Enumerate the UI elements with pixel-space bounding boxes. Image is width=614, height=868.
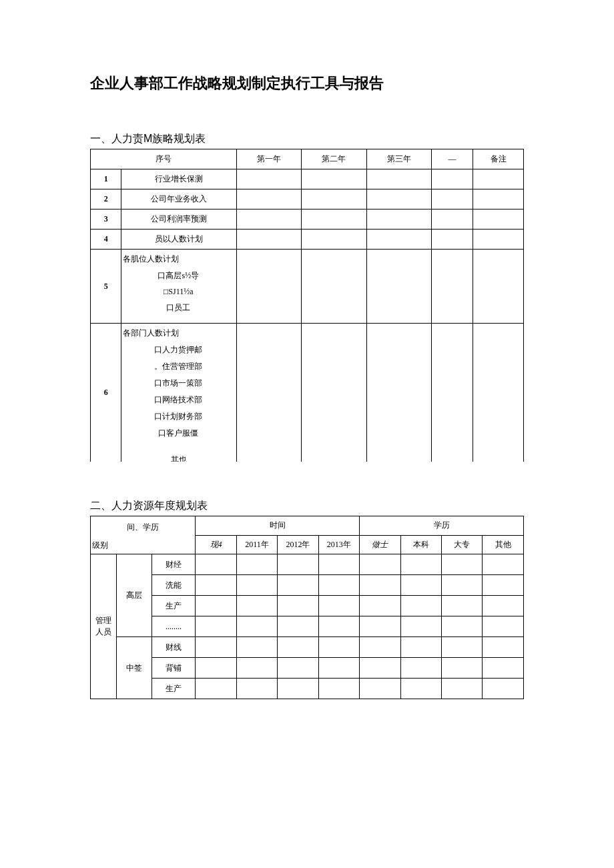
sub-line: □SJ11½a [123, 287, 234, 297]
cell-label: 公司利润率预测 [121, 209, 237, 230]
header-edu-col: 做士 [360, 535, 400, 554]
cell-empty [237, 209, 302, 230]
cell-empty [473, 448, 524, 462]
cell-empty [318, 616, 359, 637]
cell-empty [236, 596, 277, 616]
cell-empty [318, 596, 359, 616]
cell-empty [431, 169, 473, 189]
cell-group: 管理人员 [91, 554, 117, 699]
corner-top: 间、学历 [92, 522, 193, 533]
table-row: 1 行业增长保测 [91, 169, 524, 189]
cell-empty [196, 658, 236, 679]
header-time-col: 2012年 [278, 535, 318, 554]
sub-line: 各肌位人数计划 [123, 254, 234, 265]
table-row: 管理人员 高层 财经 [91, 554, 524, 575]
cell-empty [302, 250, 366, 324]
cell-empty [442, 679, 483, 699]
cell-empty [483, 637, 524, 658]
cell-empty [302, 209, 366, 230]
table-row: ........ [91, 616, 524, 637]
table-row: 间、学历 级别 时间 学历 [91, 516, 524, 536]
cell-empty [483, 616, 524, 637]
cell-empty [483, 679, 524, 699]
cell-empty [431, 189, 473, 209]
cell-empty [302, 189, 366, 209]
header-dash: — [431, 149, 473, 169]
cell-empty [442, 575, 483, 596]
cell-empty [196, 616, 236, 637]
cell-empty [237, 169, 302, 189]
header-corner: 间、学历 级别 [91, 516, 196, 554]
sub-line: 口网络技术部 [123, 394, 234, 406]
header-year3: 第三年 [366, 149, 431, 169]
cell-empty [431, 324, 473, 449]
cell-empty [360, 554, 400, 575]
cell-empty [366, 209, 431, 230]
document-page: 企业人事部工作战略规划制定执行工具与报告 一、人力责M族略规划表 序号 第一年 … [0, 0, 614, 868]
cell-empty [366, 230, 431, 250]
table-row: 生产 [91, 679, 524, 699]
cell-multiline: 各肌位人数计划 口高层s½导 □SJ11½a 口员工 [121, 250, 237, 324]
cell-empty [236, 679, 277, 699]
cell-empty [236, 616, 277, 637]
header-note: 备注 [473, 149, 524, 169]
table-row: 生产 [91, 596, 524, 616]
cell-empty [400, 679, 441, 699]
header-edu-col: 大专 [442, 535, 483, 554]
table-row: 3 公司利润率预测 [91, 209, 524, 230]
table-row-cut: 其也 [91, 448, 524, 462]
cell-label: 公司年业务收入 [121, 189, 237, 209]
header-edu: 学历 [360, 516, 524, 536]
header-edu-col: 其他 [483, 535, 524, 554]
cell-level: 高层 [116, 554, 151, 637]
header-time-col: 2013年 [318, 535, 359, 554]
cell-empty [366, 324, 431, 449]
cell-empty [237, 324, 302, 449]
sub-line: 。住营管理部 [123, 361, 234, 372]
cell-empty [360, 575, 400, 596]
header-time-col: 现4 [196, 535, 236, 554]
cell-empty [237, 230, 302, 250]
cell-empty [236, 658, 277, 679]
sub-line: 口计划财务部 [123, 411, 234, 422]
cell-empty [278, 637, 318, 658]
cell-empty [236, 637, 277, 658]
cell-empty [483, 596, 524, 616]
sub-line: 口市场一策部 [123, 378, 234, 389]
cell-cat: 生产 [151, 596, 196, 616]
cell-empty [278, 575, 318, 596]
cell-empty [442, 637, 483, 658]
cell-empty [278, 596, 318, 616]
cell-empty [318, 679, 359, 699]
cell-num: 1 [91, 169, 121, 189]
cell-empty [400, 616, 441, 637]
cell-empty [431, 209, 473, 230]
cell-empty [360, 658, 400, 679]
corner-bottom: 级别 [92, 540, 193, 551]
cell-empty [302, 230, 366, 250]
cell-empty [237, 448, 302, 462]
cell-empty [360, 616, 400, 637]
header-seq: 序号 [91, 149, 237, 169]
header-year1: 第一年 [237, 149, 302, 169]
table-row: 4 员以人数计划 [91, 230, 524, 250]
cell-empty [473, 230, 524, 250]
sub-line: 口人力货押邮 [123, 344, 234, 356]
cell-num: 6 [91, 324, 121, 462]
cell-level: 中签 [116, 637, 151, 699]
cell-empty [318, 575, 359, 596]
cell-num: 2 [91, 189, 121, 209]
cell-empty [366, 448, 431, 462]
cell-empty [302, 169, 366, 189]
cell-empty [278, 554, 318, 575]
cell-empty [302, 324, 366, 449]
cell-empty [196, 575, 236, 596]
cell-empty [442, 616, 483, 637]
header-edu-col: 本科 [400, 535, 441, 554]
table-annual-plan: 间、学历 级别 时间 学历 现4 2011年 2012年 2013年 做士 本科… [90, 516, 524, 699]
cell-empty [318, 658, 359, 679]
cell-empty [196, 554, 236, 575]
cell-empty [431, 448, 473, 462]
cell-empty [400, 658, 441, 679]
cell-empty [400, 596, 441, 616]
